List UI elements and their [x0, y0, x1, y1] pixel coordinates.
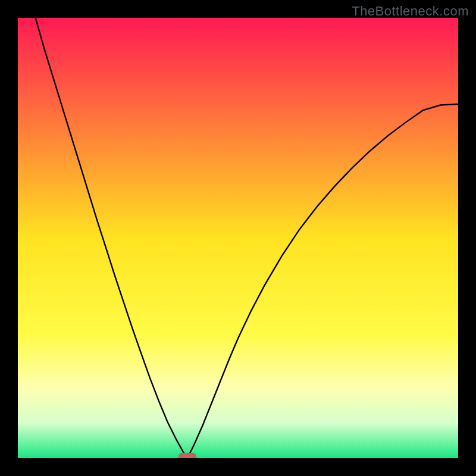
chart-svg: [18, 18, 458, 458]
gradient-background: [18, 18, 458, 458]
plot-area: [18, 18, 458, 458]
minimum-marker: [178, 453, 196, 458]
watermark-text: TheBottleneck.com: [352, 4, 469, 19]
chart-frame: TheBottleneck.com: [0, 0, 476, 476]
